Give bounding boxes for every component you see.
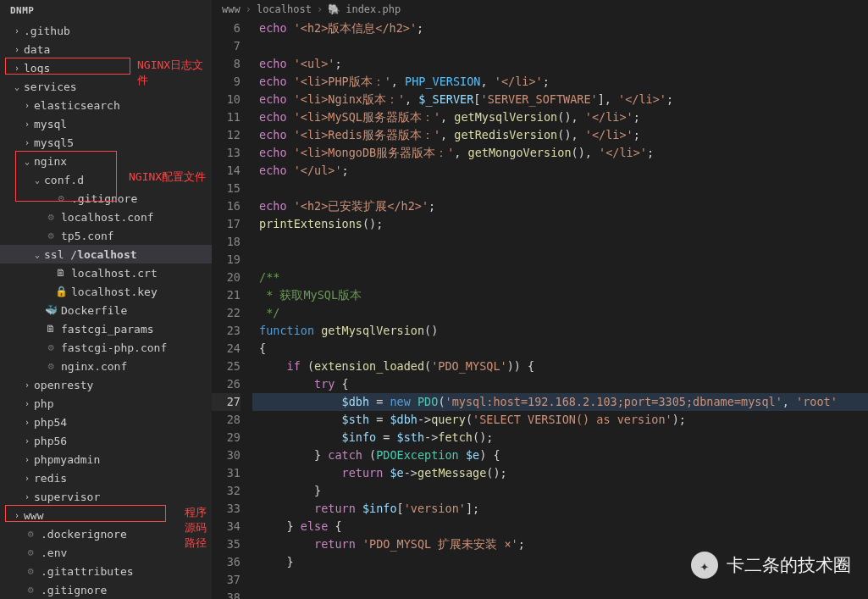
code-line[interactable]: printExtensions(); — [252, 215, 868, 233]
code-line[interactable]: } catch (PDOException $e) { — [252, 446, 868, 464]
breadcrumb-item[interactable]: index.php — [346, 3, 401, 15]
code-line[interactable] — [252, 37, 868, 55]
tree-file[interactable]: ⚙.dockerignore — [0, 524, 212, 543]
tree-folder[interactable]: ›redis — [0, 469, 212, 487]
line-number: 18 — [212, 233, 240, 251]
code-line[interactable]: $sth = $dbh->query('SELECT VERSION() as … — [252, 411, 868, 429]
tree-file[interactable]: 🗎fastcgi_params — [0, 319, 212, 338]
code-line[interactable]: $info = $sth->fetch(); — [252, 429, 868, 446]
chevron-right-icon[interactable]: › — [20, 452, 34, 466]
chevron-right-icon[interactable]: › — [10, 42, 24, 56]
tree-item-label: logs — [24, 62, 50, 75]
chevron-right-icon[interactable]: › — [20, 397, 34, 410]
chevron-right-icon[interactable]: › — [20, 471, 34, 485]
tree-file[interactable]: ⚙.gitignore — [0, 580, 212, 599]
chevron-right-icon[interactable]: › — [10, 24, 24, 37]
tree-file[interactable]: ⚙tp5.conf — [0, 226, 212, 245]
tree-folder[interactable]: ⌄ssl / localhost — [0, 245, 212, 263]
chevron-down-icon[interactable]: ⌄ — [30, 173, 44, 186]
chevron-right-icon[interactable]: › — [20, 434, 34, 447]
breadcrumb[interactable]: www › localhost › 🐘 index.php — [212, 0, 868, 19]
tree-folder[interactable]: ›www — [0, 506, 212, 524]
tree-item-label: fastcgi_params — [61, 323, 154, 336]
line-number: 36 — [212, 553, 240, 571]
code-line[interactable]: /** — [252, 269, 868, 286]
code-line[interactable]: if (extension_loaded('PDO_MYSQL')) { — [252, 358, 868, 375]
code-line[interactable]: echo '<li>Nginx版本：', $_SERVER['SERVER_SO… — [252, 91, 868, 108]
chevron-down-icon[interactable]: ⌄ — [30, 247, 44, 261]
code-line[interactable]: echo '</ul>'; — [252, 162, 868, 180]
code-line[interactable] — [252, 180, 868, 197]
code-line[interactable] — [252, 589, 868, 599]
tree-folder[interactable]: ›logs — [0, 58, 212, 77]
gear-icon: ⚙ — [24, 546, 37, 559]
code-line[interactable]: */ — [252, 304, 868, 322]
code-line[interactable]: echo '<li>MongoDB服务器版本：', getMongoVersio… — [252, 144, 868, 162]
tree-folder[interactable]: ⌄services — [0, 77, 212, 96]
breadcrumb-item[interactable]: www — [222, 3, 240, 15]
chevron-down-icon[interactable]: ⌄ — [20, 154, 34, 168]
code-line[interactable]: echo '<li>MySQL服务器版本：', getMysqlVersion(… — [252, 108, 868, 126]
lock-icon: 🔒 — [54, 285, 68, 298]
code-line[interactable]: function getMysqlVersion() — [252, 322, 868, 340]
code-line[interactable] — [252, 251, 868, 269]
tree-folder[interactable]: ›php56 — [0, 431, 212, 450]
tree-file[interactable]: ⚙localhost.conf — [0, 208, 212, 226]
chevron-right-icon[interactable]: › — [10, 508, 24, 522]
tree-file[interactable]: 🔒localhost.key — [0, 282, 212, 301]
chevron-right-icon[interactable]: › — [20, 378, 34, 391]
tree-folder[interactable]: ›elasticsearch — [0, 96, 212, 114]
tree-folder[interactable]: ›mysql — [0, 114, 212, 133]
code-line[interactable]: { — [252, 340, 868, 358]
code-line[interactable]: echo '<li>Redis服务器版本：', getRedisVersion(… — [252, 126, 868, 144]
tree-folder[interactable]: ⌄conf.d — [0, 170, 212, 189]
line-number: 37 — [212, 571, 240, 589]
tree-item-label: services — [24, 80, 77, 93]
code-line[interactable]: } — [252, 482, 868, 500]
chevron-down-icon[interactable]: ⌄ — [10, 80, 24, 93]
code-line[interactable]: echo '<ul>'; — [252, 55, 868, 73]
gear-icon: ⚙ — [44, 359, 58, 373]
code-line[interactable]: try { — [252, 375, 868, 393]
code-line[interactable] — [252, 233, 868, 251]
code-line[interactable]: return $e->getMessage(); — [252, 464, 868, 482]
code-line[interactable]: $dbh = new PDO('mysql:host=192.168.2.103… — [252, 393, 868, 411]
tree-folder[interactable]: ⌄nginx — [0, 152, 212, 170]
tree-file[interactable]: 🗎localhost.crt — [0, 263, 212, 282]
tree-file[interactable]: ⚙.gitattributes — [0, 562, 212, 580]
code-editor[interactable]: 6789101112131415161718192021222324252627… — [212, 19, 868, 599]
line-number: 6 — [212, 19, 240, 37]
tree-folder[interactable]: ›php54 — [0, 413, 212, 431]
breadcrumb-item[interactable]: localhost — [257, 3, 312, 15]
chevron-right-icon[interactable]: › — [20, 490, 34, 503]
tree-folder[interactable]: ›php — [0, 394, 212, 413]
code-line[interactable]: echo '<li>PHP版本：', PHP_VERSION, '</li>'; — [252, 73, 868, 91]
code-line[interactable]: echo '<h2>版本信息</h2>'; — [252, 19, 868, 37]
tree-folder[interactable]: ›mysql5 — [0, 133, 212, 152]
chevron-right-icon[interactable]: › — [10, 61, 24, 75]
tree-folder[interactable]: ›openresty — [0, 375, 212, 394]
chevron-right-icon[interactable]: › — [20, 415, 34, 429]
tree-file[interactable]: 🐳Dockerfile — [0, 301, 212, 319]
code-line[interactable]: * 获取MySQL版本 — [252, 286, 868, 304]
code-line[interactable]: return $info['version']; — [252, 500, 868, 518]
chevron-right-icon[interactable]: › — [20, 98, 34, 112]
tree-file[interactable]: ⚙fastcgi-php.conf — [0, 338, 212, 357]
tree-folder[interactable]: ›.github — [0, 21, 212, 40]
chevron-right-icon[interactable]: › — [20, 117, 34, 130]
tree-folder[interactable]: ›supervisor — [0, 487, 212, 506]
code-line[interactable]: } else { — [252, 518, 868, 535]
tree-file[interactable]: ⚙.gitignore — [0, 189, 212, 208]
tree-file[interactable]: ⚙nginx.conf — [0, 357, 212, 375]
code-content[interactable]: echo '<h2>版本信息</h2>';echo '<ul>';echo '<… — [252, 19, 868, 599]
code-line[interactable]: return 'PDO_MYSQL 扩展未安装 ×'; — [252, 535, 868, 553]
line-number: 35 — [212, 535, 240, 553]
tree-file[interactable]: ⚙.env — [0, 543, 212, 562]
tree-folder[interactable]: ›data — [0, 40, 212, 58]
tree-item-label: www — [24, 509, 43, 522]
code-line[interactable]: echo '<h2>已安装扩展</h2>'; — [252, 197, 868, 215]
file-explorer-sidebar[interactable]: DNMP ›.github›data›logs⌄services›elastic… — [0, 0, 212, 599]
tree-folder[interactable]: ›phpmyadmin — [0, 450, 212, 469]
chevron-right-icon[interactable]: › — [20, 136, 34, 149]
gear-icon: ⚙ — [44, 341, 58, 354]
